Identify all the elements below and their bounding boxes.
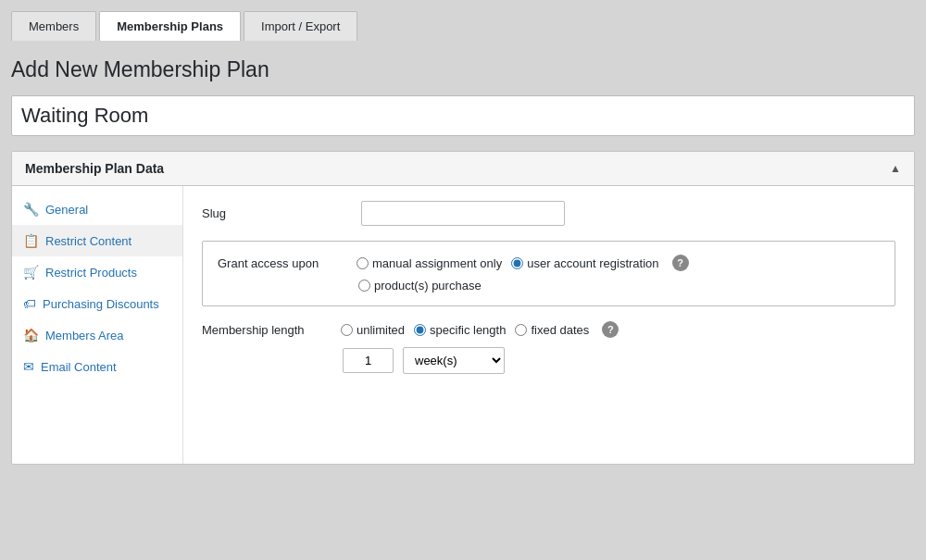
grant-access-help-icon[interactable]: ? [672,255,689,271]
slug-row: Slug [202,201,895,226]
sidebar-item-email-content-label: Email Content [41,360,117,374]
length-unlimited-option[interactable]: unlimited [341,323,405,337]
plan-data-body: 🔧 General 📋 Restrict Content 🛒 Restrict … [12,186,914,464]
grant-registration-option[interactable]: user account registration [511,256,658,270]
sidebar-item-purchasing-discounts-label: Purchasing Discounts [43,297,159,311]
wrench-icon: 🔧 [23,202,39,217]
tab-membership-plans[interactable]: Membership Plans [99,11,241,41]
sidebar-item-purchasing-discounts[interactable]: 🏷 Purchasing Discounts [12,288,182,319]
grant-purchase-option[interactable]: product(s) purchase [358,279,482,292]
membership-length-label: Membership length [202,323,332,337]
tabs-bar: Members Membership Plans Import / Export [11,11,915,41]
tab-import-export[interactable]: Import / Export [244,11,357,41]
plan-data-header[interactable]: Membership Plan Data ▲ [12,152,914,186]
grant-purchase-label: product(s) purchase [374,279,482,292]
plan-name-input[interactable] [11,95,915,136]
sidebar-item-restrict-content[interactable]: 📋 Restrict Content [12,225,182,256]
sidebar-item-general[interactable]: 🔧 General [12,193,182,225]
length-help-icon[interactable]: ? [602,321,619,338]
length-controls: unlimited specific length fixed dates ? [341,321,619,338]
slug-label: Slug [202,206,350,220]
list-icon: 📋 [23,233,39,248]
length-specific-label: specific length [430,323,506,337]
sidebar-item-restrict-content-label: Restrict Content [45,234,131,248]
grant-access-label: Grant access upon [218,256,347,270]
membership-length-row: Membership length unlimited specific len… [202,321,895,338]
plan-data-title: Membership Plan Data [25,161,164,176]
page-title: Add New Membership Plan [11,57,915,82]
tag-icon: 🏷 [23,296,36,311]
length-unlimited-radio[interactable] [341,324,353,336]
plan-content: Slug Grant access upon manual assignment… [183,186,914,464]
email-icon: ✉ [23,359,34,374]
length-fixed-option[interactable]: fixed dates [515,323,589,337]
sidebar-item-email-content[interactable]: ✉ Email Content [12,351,182,382]
grant-access-box: Grant access upon manual assignment only… [202,241,895,306]
sidebar-item-restrict-products-label: Restrict Products [45,266,137,280]
plan-nav: 🔧 General 📋 Restrict Content 🛒 Restrict … [12,186,183,464]
grant-manual-label: manual assignment only [372,256,502,270]
length-number-input[interactable] [343,348,394,373]
grant-registration-radio[interactable] [511,257,523,269]
collapse-arrow-icon[interactable]: ▲ [890,162,901,175]
length-fixed-radio[interactable] [515,324,527,336]
grant-access-row: Grant access upon manual assignment only… [218,255,880,271]
plan-data-box: Membership Plan Data ▲ 🔧 General 📋 Restr… [11,151,915,465]
sidebar-item-general-label: General [45,203,88,217]
slug-input[interactable] [361,201,565,226]
grant-manual-option[interactable]: manual assignment only [357,256,502,270]
cart-icon: 🛒 [23,265,39,280]
sidebar-item-restrict-products[interactable]: 🛒 Restrict Products [12,256,182,288]
length-unlimited-label: unlimited [357,323,405,337]
length-specific-radio[interactable] [414,324,426,336]
length-value-row: week(s) day(s) month(s) year(s) [202,347,895,374]
length-specific-option[interactable]: specific length [414,323,506,337]
length-unit-select[interactable]: week(s) day(s) month(s) year(s) [403,347,505,374]
grant-purchase-radio[interactable] [358,280,370,292]
sidebar-item-members-area-label: Members Area [45,329,124,342]
tab-members[interactable]: Members [11,11,96,41]
sidebar-item-members-area[interactable]: 🏠 Members Area [12,319,182,351]
home-icon: 🏠 [23,328,39,342]
grant-registration-label: user account registration [527,256,658,270]
grant-access-row2: product(s) purchase [218,279,880,292]
grant-manual-radio[interactable] [357,257,369,269]
length-fixed-label: fixed dates [531,323,589,337]
